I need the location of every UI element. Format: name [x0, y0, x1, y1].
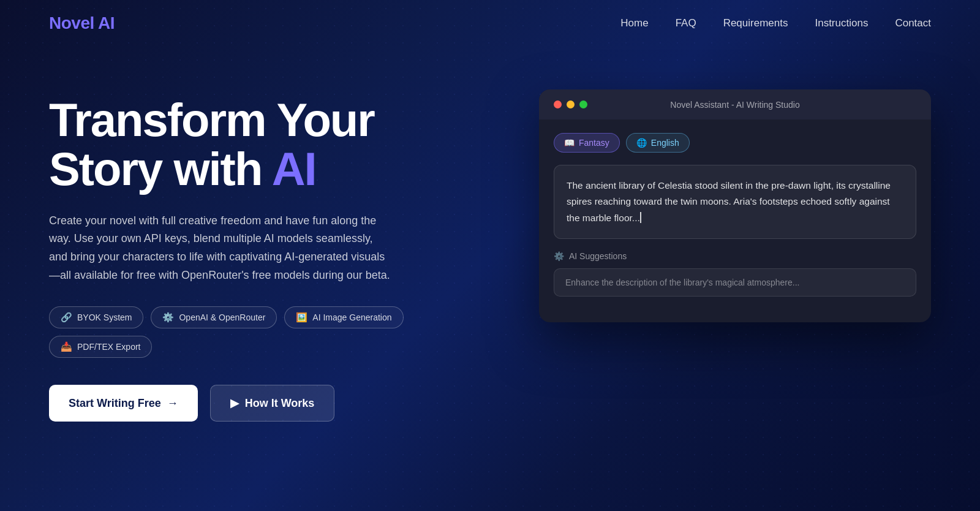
badge-export[interactable]: 📥 PDF/TEX Export [49, 336, 152, 358]
story-text-area[interactable]: The ancient library of Celestia stood si… [554, 165, 916, 239]
how-it-works-label: How It Works [245, 397, 315, 410]
globe-icon: 🌐 [636, 138, 647, 148]
window-titlebar: Novel Assistant - AI Writing Studio [539, 89, 931, 119]
badge-byok-label: BYOK System [77, 312, 132, 322]
fantasy-label: Fantasy [579, 138, 609, 148]
cta-buttons: Start Writing Free → ▶ How It Works [49, 385, 441, 422]
navbar: Novel AI Home FAQ Requirements Instructi… [0, 0, 980, 47]
book-icon: 📖 [564, 138, 575, 148]
english-label: English [651, 138, 679, 148]
feature-badges: 🔗 BYOK System ⚙️ OpenAI & OpenRouter 🖼️ … [49, 306, 441, 358]
nav-faq[interactable]: FAQ [676, 17, 696, 29]
suggestions-gear-icon: ⚙️ [554, 251, 564, 261]
dot-maximize[interactable] [579, 100, 587, 108]
image-icon: 🖼️ [296, 312, 307, 323]
hero-title-ai: AI [272, 143, 316, 195]
badge-export-label: PDF/TEX Export [77, 342, 140, 352]
badge-openai-label: OpenAI & OpenRouter [179, 312, 265, 322]
ai-suggestions-label: ⚙️ AI Suggestions [554, 251, 916, 261]
english-tag[interactable]: 🌐 English [626, 133, 690, 153]
badge-image[interactable]: 🖼️ AI Image Generation [284, 306, 403, 328]
suggestions-input[interactable]: Enhance the description of the library's… [554, 268, 916, 297]
badge-image-label: AI Image Generation [312, 312, 391, 322]
how-it-works-button[interactable]: ▶ How It Works [210, 385, 335, 422]
arrow-icon: → [167, 397, 178, 410]
genre-tags: 📖 Fantasy 🌐 English [554, 133, 916, 153]
dot-minimize[interactable] [567, 100, 575, 108]
nav-home[interactable]: Home [620, 17, 648, 29]
dot-close[interactable] [554, 100, 562, 108]
badge-openai[interactable]: ⚙️ OpenAI & OpenRouter [151, 306, 277, 328]
window-dots [554, 100, 587, 108]
hero-description: Create your novel with full creative fre… [49, 212, 392, 285]
badge-byok[interactable]: 🔗 BYOK System [49, 306, 143, 328]
openai-icon: ⚙️ [162, 312, 174, 323]
logo[interactable]: Novel AI [49, 13, 115, 33]
hero-title: Transform Your Story with AI [49, 96, 441, 194]
start-writing-button[interactable]: Start Writing Free → [49, 385, 198, 422]
hero-left: Transform Your Story with AI Create your… [49, 83, 441, 422]
hero-section: Transform Your Story with AI Create your… [0, 47, 980, 422]
export-icon: 📥 [61, 341, 72, 352]
hero-title-line1: Transform Your [49, 94, 374, 146]
byok-icon: 🔗 [61, 312, 72, 323]
hero-title-line2: Story with AI [49, 143, 316, 195]
story-text: The ancient library of Celestia stood si… [567, 180, 891, 223]
studio-window: Novel Assistant - AI Writing Studio 📖 Fa… [539, 89, 931, 322]
fantasy-tag[interactable]: 📖 Fantasy [554, 133, 620, 153]
start-writing-label: Start Writing Free [69, 397, 161, 410]
suggestions-placeholder: Enhance the description of the library's… [565, 278, 799, 287]
nav-instructions[interactable]: Instructions [815, 17, 868, 29]
nav-requirements[interactable]: Requirements [723, 17, 788, 29]
play-icon: ▶ [230, 396, 239, 410]
nav-links: Home FAQ Requirements Instructions Conta… [620, 17, 931, 29]
window-title: Novel Assistant - AI Writing Studio [670, 100, 799, 110]
text-cursor [640, 212, 641, 223]
nav-contact[interactable]: Contact [895, 17, 931, 29]
window-body: 📖 Fantasy 🌐 English The ancient library … [539, 119, 931, 297]
